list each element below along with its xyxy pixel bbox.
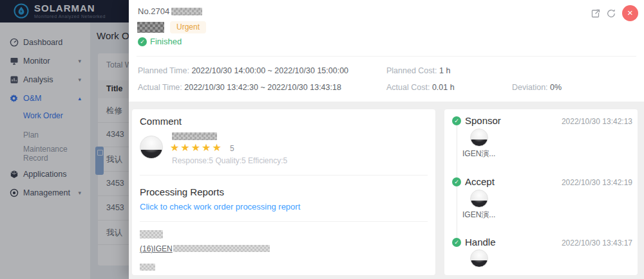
timeline-step-sponsor: Sponsor <box>465 115 501 126</box>
planned-time-label: Planned Time: <box>138 66 189 75</box>
check-circle-icon: ✓ <box>452 116 461 125</box>
status-badge: ✓ Finished <box>138 37 182 46</box>
timeline-timestamp: 2022/10/30 13:42:19 <box>562 178 632 187</box>
comment-section-title: Comment <box>140 116 182 127</box>
planned-time-value: 2022/10/30 14:00:00 ~ 2022/10/30 15:00:0… <box>191 66 348 75</box>
planned-cost-label: Planned Cost: <box>386 66 437 75</box>
workflow-timeline-card: ✓ Sponsor 2022/10/30 13:42:13 IGEN演... ✓… <box>444 109 638 275</box>
timeline-step-handle: Handle <box>465 237 496 248</box>
status-label: Finished <box>150 37 182 46</box>
section-divider <box>140 175 428 176</box>
timeline-timestamp: 2022/10/30 13:42:13 <box>562 117 632 126</box>
work-order-detail-drawer: No.2704 Urgent ✓ Finished × Planned Time… <box>129 0 644 279</box>
redacted-commenter-name <box>172 132 217 140</box>
attachment-prefix: (16)IGEN <box>140 244 173 253</box>
deviation-value: 0% <box>550 83 562 92</box>
actual-cost-row: Actual Cost: 0.01 h <box>386 83 455 92</box>
actual-cost-label: Actual Cost: <box>386 83 430 92</box>
timeline-timestamp: 2022/10/30 13:43:17 <box>562 239 632 248</box>
rating-metrics: Response:5 Quality:5 Efficiency:5 <box>172 156 287 165</box>
redacted-order-title <box>137 22 164 33</box>
app-window: SOLARMAN Monitored Analyzed Networked Da… <box>0 0 644 279</box>
actual-time-row: Actual Time: 2022/10/30 13:42:30 ~ 2022/… <box>138 83 341 92</box>
check-circle-icon: ✓ <box>452 177 461 186</box>
redacted-order-ref <box>171 8 202 15</box>
header-divider <box>137 56 636 57</box>
timeline-step-accept: Accept <box>465 176 495 187</box>
processing-report-link[interactable]: Click to check work order processing rep… <box>140 202 300 212</box>
redacted-report-text <box>140 264 155 271</box>
timeline-user: IGEN演... <box>462 148 495 159</box>
check-circle-icon: ✓ <box>452 238 461 247</box>
planned-time-row: Planned Time: 2022/10/30 14:00:00 ~ 2022… <box>138 66 348 75</box>
comment-reports-card: Comment ★★★★★ 5 Response:5 Quality:5 Eff… <box>132 109 435 275</box>
redacted-report-label <box>140 230 163 239</box>
accepter-avatar <box>470 190 488 208</box>
check-circle-icon: ✓ <box>138 37 147 46</box>
export-icon[interactable] <box>591 8 602 20</box>
refresh-icon[interactable] <box>606 8 618 20</box>
star-rating-icons: ★★★★★ <box>170 141 223 154</box>
planned-cost-value: 1 h <box>439 66 450 75</box>
deviation-row: Deviation: 0% <box>512 83 562 92</box>
order-number: No.2704 <box>138 6 169 16</box>
rating-value: 5 <box>230 144 234 153</box>
close-icon[interactable]: × <box>622 5 638 21</box>
handler-avatar <box>470 249 488 267</box>
processing-reports-title: Processing Reports <box>140 186 224 197</box>
drawer-body: Comment ★★★★★ 5 Response:5 Quality:5 Eff… <box>129 102 644 279</box>
attachment-link[interactable]: (16)IGEN <box>140 244 270 253</box>
deviation-label: Deviation: <box>512 83 548 92</box>
commenter-avatar <box>140 136 163 159</box>
redacted-attachment-name <box>173 245 270 252</box>
actual-time-label: Actual Time: <box>138 83 182 92</box>
sponsor-avatar <box>470 129 488 147</box>
timeline-user: IGEN演... <box>462 210 495 221</box>
actual-time-value: 2022/10/30 13:42:30 ~ 2022/10/30 13:43:1… <box>184 83 341 92</box>
actual-cost-value: 0.01 h <box>432 83 455 92</box>
planned-cost-row: Planned Cost: 1 h <box>386 66 450 75</box>
section-divider <box>140 221 428 222</box>
urgent-badge: Urgent <box>170 21 206 33</box>
